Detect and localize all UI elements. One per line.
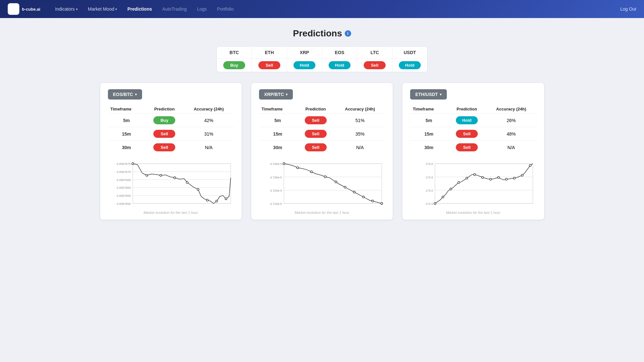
signal-col-usdt: USDT bbox=[392, 47, 428, 59]
card-header: EOS/BTC ▾ bbox=[108, 89, 234, 100]
prediction-cell: Buy bbox=[145, 114, 184, 127]
svg-text:4.740e-5: 4.740e-5 bbox=[270, 162, 282, 166]
nav-link-portfolio[interactable]: Portfolio bbox=[213, 4, 238, 14]
pred-row: 30m Sell N/A bbox=[259, 141, 385, 154]
caret-icon: ▾ bbox=[286, 92, 288, 97]
signal-badge-usdt: Hold bbox=[392, 59, 428, 72]
signal-col-btc: BTC bbox=[217, 47, 252, 59]
svg-point-18 bbox=[197, 188, 199, 190]
signal-col-eos: EOS bbox=[322, 47, 357, 59]
svg-point-60 bbox=[514, 177, 515, 179]
svg-point-32 bbox=[297, 167, 299, 169]
pred-row: 15m Sell 48% bbox=[410, 127, 536, 141]
badge-hold: Hold bbox=[399, 61, 421, 69]
pair-dropdown-button[interactable]: ETH/USDT ▾ bbox=[410, 89, 447, 100]
badge-sell: Sell bbox=[305, 130, 327, 138]
prediction-header: Prediction bbox=[145, 105, 184, 114]
accuracy-cell: 48% bbox=[486, 127, 536, 141]
nav-link-autotrading[interactable]: AutoTrading bbox=[158, 4, 191, 14]
svg-text:174.0: 174.0 bbox=[426, 162, 433, 166]
prediction-table: Timeframe Prediction Accuracy (24h) 5m B… bbox=[108, 105, 234, 154]
badge-sell: Sell bbox=[153, 143, 175, 151]
pair-label: XRP/BTC bbox=[264, 92, 284, 97]
svg-text:4.710e-5: 4.710e-5 bbox=[270, 202, 282, 205]
svg-point-36 bbox=[344, 186, 346, 188]
pair-dropdown-button[interactable]: EOS/BTC ▾ bbox=[108, 89, 142, 100]
prediction-cell: Sell bbox=[447, 127, 486, 141]
svg-point-35 bbox=[335, 181, 337, 183]
info-icon[interactable]: i bbox=[345, 30, 351, 37]
signal-table-inner: BTCETHXRPEOSLTCUSDT BuySellHoldHoldSellH… bbox=[217, 47, 427, 72]
svg-point-56 bbox=[482, 176, 484, 178]
svg-point-55 bbox=[474, 174, 476, 176]
svg-point-20 bbox=[216, 200, 217, 202]
accuracy-cell: 35% bbox=[335, 127, 385, 141]
accuracy-cell: N/A bbox=[335, 141, 385, 154]
timeframe-header: Timeframe bbox=[259, 105, 296, 114]
logo-text: b-cube.ai bbox=[22, 7, 40, 12]
badge-buy: Buy bbox=[223, 61, 245, 69]
signal-badge-xrp: Hold bbox=[287, 59, 322, 72]
prediction-cell: Sell bbox=[145, 127, 184, 141]
pred-table-header-row: Timeframe Prediction Accuracy (24h) bbox=[410, 105, 536, 114]
badge-sell: Sell bbox=[364, 61, 386, 69]
timeframe-cell: 30m bbox=[410, 141, 447, 154]
timeframe-cell: 5m bbox=[410, 114, 447, 127]
svg-point-54 bbox=[466, 177, 468, 179]
page-title-row: Predictions i bbox=[100, 28, 544, 39]
svg-rect-6 bbox=[133, 164, 231, 204]
logout-button[interactable]: Log Out bbox=[620, 6, 636, 12]
svg-point-13 bbox=[132, 163, 134, 165]
svg-point-62 bbox=[529, 165, 531, 167]
cards-grid: EOS/BTC ▾ Timeframe Prediction Accuracy … bbox=[100, 82, 544, 220]
timeframe-cell: 5m bbox=[259, 114, 296, 127]
badge-sell: Sell bbox=[305, 143, 327, 151]
pair-dropdown-button[interactable]: XRP/BTC ▾ bbox=[259, 89, 293, 100]
chart-label: Market evolution for the last 1 hour bbox=[259, 211, 385, 214]
pred-table-header-row: Timeframe Prediction Accuracy (24h) bbox=[108, 105, 234, 114]
nav-link-market-mood[interactable]: Market Mood▾ bbox=[83, 4, 122, 14]
nav-link-predictions[interactable]: Predictions bbox=[123, 4, 156, 14]
nav-link-indicators[interactable]: Indicators▾ bbox=[51, 4, 82, 14]
timeframe-cell: 5m bbox=[108, 114, 145, 127]
prediction-header: Prediction bbox=[296, 105, 335, 114]
svg-point-57 bbox=[490, 178, 492, 180]
timeframe-header: Timeframe bbox=[108, 105, 145, 114]
logo: ⬡ b-cube.ai bbox=[8, 3, 40, 15]
prediction-cell: Sell bbox=[296, 141, 335, 154]
prediction-table: Timeframe Prediction Accuracy (24h) 5m S… bbox=[259, 105, 385, 154]
svg-text:0.0007665: 0.0007665 bbox=[117, 178, 131, 182]
svg-text:172.5: 172.5 bbox=[426, 202, 433, 205]
signal-table: BTCETHXRPEOSLTCUSDT BuySellHoldHoldSellH… bbox=[216, 46, 428, 72]
pair-label: EOS/BTC bbox=[113, 92, 133, 97]
prediction-cell: Sell bbox=[447, 141, 486, 154]
badge-sell: Sell bbox=[258, 61, 280, 69]
svg-point-61 bbox=[521, 174, 523, 176]
timeframe-cell: 15m bbox=[108, 127, 145, 141]
card-xrpbtc: XRP/BTC ▾ Timeframe Prediction Accuracy … bbox=[251, 82, 393, 220]
caret-icon: ▾ bbox=[76, 7, 78, 11]
badge-hold: Hold bbox=[293, 61, 315, 69]
chart-label: Market evolution for the last 1 hour bbox=[108, 211, 234, 214]
accuracy-cell: 26% bbox=[486, 114, 536, 127]
timeframe-header: Timeframe bbox=[410, 105, 447, 114]
accuracy-header: Accuracy (24h) bbox=[486, 105, 536, 114]
chart-label: Market evolution for the last 1 hour bbox=[410, 211, 536, 214]
page-title: Predictions i bbox=[293, 28, 351, 39]
svg-text:0.0007660: 0.0007660 bbox=[117, 186, 131, 189]
accuracy-cell: 51% bbox=[335, 114, 385, 127]
timeframe-cell: 15m bbox=[410, 127, 447, 141]
prediction-cell: Hold bbox=[447, 114, 486, 127]
prediction-table: Timeframe Prediction Accuracy (24h) 5m H… bbox=[410, 105, 536, 154]
signal-col-xrp: XRP bbox=[287, 47, 322, 59]
pred-row: 5m Sell 51% bbox=[259, 114, 385, 127]
signal-badge-btc: Buy bbox=[217, 59, 252, 72]
svg-text:0.0007670: 0.0007670 bbox=[117, 170, 131, 174]
svg-text:173.0: 173.0 bbox=[426, 189, 433, 192]
timeframe-cell: 15m bbox=[259, 127, 296, 141]
chart-container: 0.00076750.00076700.00076650.00076600.00… bbox=[108, 158, 234, 209]
nav-link-logs[interactable]: Logs bbox=[192, 4, 211, 14]
accuracy-cell: 42% bbox=[184, 114, 234, 127]
svg-point-34 bbox=[324, 176, 326, 177]
caret-icon: ▾ bbox=[440, 92, 442, 97]
